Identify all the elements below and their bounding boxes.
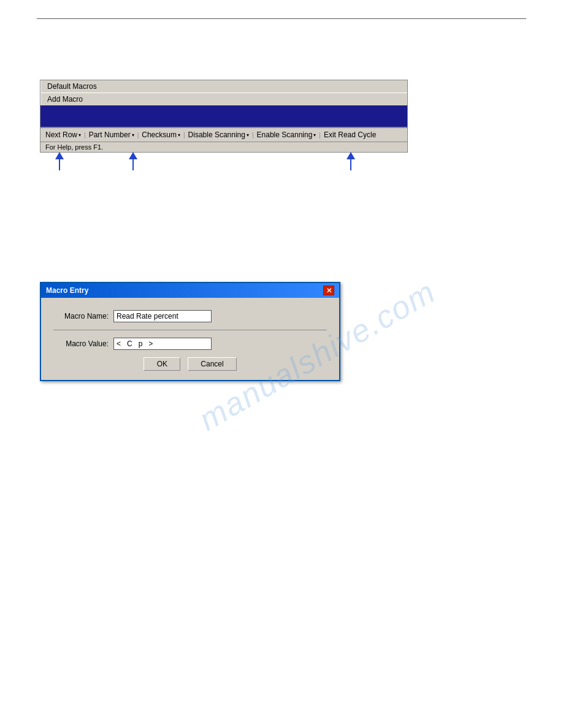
top-rule bbox=[37, 18, 526, 19]
sep5: | bbox=[319, 132, 321, 138]
toolbar-item-enable-scanning-arrow: ▾ bbox=[313, 132, 316, 138]
dialog-separator bbox=[53, 330, 327, 330]
toolbar-item-disable-scanning-label: Disable Scanning bbox=[188, 131, 245, 139]
dialog-overlay: Macro Entry ✕ Macro Name: Macro Value: O… bbox=[40, 282, 340, 381]
default-macros-button[interactable]: Default Macros bbox=[40, 80, 407, 93]
arrow1-line bbox=[59, 159, 60, 170]
toolbar-item-checksum-label: Checksum bbox=[142, 131, 177, 139]
macro-value-label: Macro Value: bbox=[53, 339, 109, 348]
toolbar-item-next-row-arrow: ▾ bbox=[79, 132, 81, 138]
toolbar-item-checksum[interactable]: Checksum ▾ bbox=[139, 129, 183, 140]
status-text: For Help, press F1. bbox=[45, 143, 103, 151]
toolbar-item-next-row[interactable]: Next Row ▾ bbox=[43, 129, 83, 140]
toolbar-item-exit-read-cycle[interactable]: Exit Read Cycle bbox=[321, 129, 378, 140]
arrow3-line bbox=[350, 159, 351, 170]
macro-name-input[interactable] bbox=[113, 310, 212, 322]
arrow2-line bbox=[132, 159, 134, 170]
macro-value-input[interactable] bbox=[113, 338, 212, 350]
sep4: | bbox=[252, 132, 254, 138]
toolbar-item-enable-scanning-label: Enable Scanning bbox=[257, 131, 313, 139]
toolbar-item-next-row-label: Next Row bbox=[45, 131, 77, 139]
toolbar-item-checksum-arrow: ▾ bbox=[178, 132, 180, 138]
toolbar-header bbox=[40, 105, 407, 127]
toolbar-status: For Help, press F1. bbox=[40, 142, 407, 152]
dialog-title: Macro Entry bbox=[46, 286, 88, 295]
cancel-button[interactable]: Cancel bbox=[188, 357, 236, 371]
dialog-titlebar: Macro Entry ✕ bbox=[41, 283, 339, 298]
toolbar-item-enable-scanning[interactable]: Enable Scanning ▾ bbox=[255, 129, 319, 140]
macro-entry-dialog: Macro Entry ✕ Macro Name: Macro Value: O… bbox=[40, 282, 340, 381]
dialog-close-button[interactable]: ✕ bbox=[323, 286, 334, 295]
toolbar-item-part-number[interactable]: Part Number ▾ bbox=[86, 129, 137, 140]
toolbar-item-part-number-label: Part Number bbox=[89, 131, 131, 139]
toolbar-item-exit-read-cycle-label: Exit Read Cycle bbox=[324, 131, 376, 139]
sep2: | bbox=[137, 132, 139, 138]
toolbar-item-disable-scanning-arrow: ▾ bbox=[247, 132, 249, 138]
arrow1-head bbox=[55, 152, 64, 159]
toolbar-item-disable-scanning[interactable]: Disable Scanning ▾ bbox=[186, 129, 251, 140]
dialog-body: Macro Name: Macro Value: OK Cancel bbox=[41, 298, 339, 380]
add-macro-button[interactable]: Add Macro bbox=[40, 93, 407, 105]
sep1: | bbox=[84, 132, 86, 138]
toolbar-bar: Next Row ▾ | Part Number ▾ | Checksum ▾ … bbox=[40, 127, 407, 142]
toolbar-menu-area: Default Macros Add Macro bbox=[40, 80, 407, 127]
sep3: | bbox=[183, 132, 185, 138]
dialog-buttons: OK Cancel bbox=[53, 357, 327, 371]
arrow2-head bbox=[129, 152, 137, 159]
macro-name-label: Macro Name: bbox=[53, 312, 109, 320]
toolbar-widget: Default Macros Add Macro Next Row ▾ | Pa… bbox=[40, 80, 408, 153]
macro-value-row: Macro Value: bbox=[53, 338, 327, 350]
ok-button[interactable]: OK bbox=[144, 357, 180, 371]
toolbar-item-part-number-arrow: ▾ bbox=[132, 132, 134, 138]
macro-name-row: Macro Name: bbox=[53, 310, 327, 322]
arrow3-head bbox=[347, 152, 355, 159]
